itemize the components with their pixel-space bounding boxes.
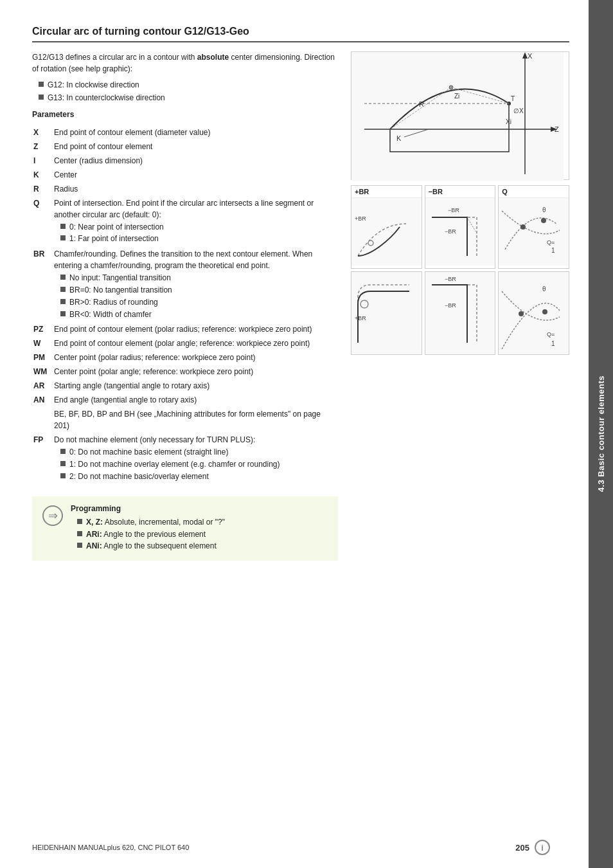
bullet-icon xyxy=(60,235,66,240)
BR-sub-list: No input: Tangential transition BR=0: No… xyxy=(60,273,334,320)
param-val-BE: BE, BF, BD, BP and BH (see „Machining at… xyxy=(54,408,337,433)
page: Circular arc of turning contour G12/G13-… xyxy=(0,0,613,868)
footer-page: 205 i xyxy=(515,840,550,855)
svg-point-42 xyxy=(542,309,547,314)
bullet-icon xyxy=(60,287,66,292)
svg-text:Z: Z xyxy=(555,125,559,133)
param-key-Z: Z xyxy=(33,141,53,154)
param-Z: Z End point of contour element xyxy=(33,141,337,154)
diagram-cell-minus-BR-2: −BR −BR xyxy=(425,271,496,355)
direction-list: G12: In clockwise direction G13: In coun… xyxy=(39,80,338,104)
prog-item-XZ: X, Z: Absolute, incremental, modal or "?… xyxy=(77,517,328,528)
note-arrow-icon: ⇒ xyxy=(42,505,63,526)
cell-header-1: +BR xyxy=(351,186,422,198)
Q-sub-1: 1: Far point of intersection xyxy=(60,233,334,244)
info-icon: i xyxy=(535,840,550,855)
param-key-R: R xyxy=(33,183,53,196)
param-key-FP: FP xyxy=(33,434,53,484)
footer-logo: HEIDENHAIN MANUALplus 620, CNC PILOT 640 xyxy=(32,844,189,851)
parameters-section: Parameters X End point of contour elemen… xyxy=(32,109,338,486)
param-key-AR: AR xyxy=(33,380,53,393)
svg-rect-0 xyxy=(351,52,564,181)
param-key-PM: PM xyxy=(33,352,53,365)
intro-text: G12/G13 defines a circular arc in a cont… xyxy=(32,51,338,75)
direction-item-1: G12: In clockwise direction xyxy=(39,80,338,91)
programming-list: X, Z: Absolute, incremental, modal or "?… xyxy=(77,517,328,552)
BR-sub-2: BR>0: Radius of rounding xyxy=(60,297,334,308)
note-content: Programming X, Z: Absolute, incremental,… xyxy=(71,504,328,553)
param-key-AN: AN xyxy=(33,394,53,407)
param-val-FP: Do not machine element (only necessary f… xyxy=(54,434,337,484)
param-val-PM: Center point (polar radius; reference: w… xyxy=(54,352,337,365)
bullet-icon xyxy=(60,275,66,280)
param-val-R: Radius xyxy=(54,183,337,196)
param-val-AR: Starting angle (tangential angle to rota… xyxy=(54,380,337,393)
cell-header-2: −BR xyxy=(425,186,495,198)
param-key-WM: WM xyxy=(33,366,53,379)
param-key-K: K xyxy=(33,169,53,182)
svg-text:1: 1 xyxy=(551,340,555,347)
param-key-I: I xyxy=(33,155,53,168)
svg-text:θ: θ xyxy=(542,285,546,293)
param-val-X: End point of contour element (diameter v… xyxy=(54,127,337,140)
param-key-X: X xyxy=(33,127,53,140)
svg-text:−BR: −BR xyxy=(445,228,456,235)
param-AR: AR Starting angle (tangential angle to r… xyxy=(33,380,337,393)
page-number: 205 xyxy=(515,843,529,853)
BR-sub-0: No input: Tangential transition xyxy=(60,273,334,284)
bullet-icon xyxy=(60,299,66,304)
BR-eq0: BR=0: No tangential transition xyxy=(69,285,172,296)
bullet-icon xyxy=(60,311,66,316)
FP-2-label: 2: Do not machine basic/overlay element xyxy=(69,471,209,482)
param-val-WM: Center point (polar angle; reference: wo… xyxy=(54,366,337,379)
svg-text:∅X: ∅X xyxy=(513,107,524,114)
diagram-cell-plus-BR-1: +BR +BR xyxy=(351,185,422,269)
q-diagram-2: θ Q= 1 xyxy=(499,272,569,355)
br-diagram-1: +BR xyxy=(351,198,422,266)
param-W: W End point of contour element (polar an… xyxy=(33,338,337,350)
param-val-K: Center xyxy=(54,169,337,182)
q-diagram-1: θ Q= 1 xyxy=(499,198,569,266)
right-column: Z X Zi Xi xyxy=(351,51,569,561)
svg-rect-40 xyxy=(499,272,569,355)
bullet-icon-green xyxy=(77,531,82,536)
diagram-cell-plus-BR-2: +BR xyxy=(351,271,422,355)
br-diagram-3: +BR xyxy=(351,272,422,355)
param-val-BR: Chamfer/rounding. Defines the transition… xyxy=(54,248,337,322)
svg-text:Q=: Q= xyxy=(547,331,555,338)
diagram-row-1: +BR +BR −BR xyxy=(351,185,569,269)
param-val-PZ: End point of contour element (polar radi… xyxy=(54,323,337,336)
bullet-icon xyxy=(60,473,66,478)
main-content: Circular arc of turning contour G12/G13-… xyxy=(0,0,589,868)
param-I: I Center (radius dimension) xyxy=(33,155,337,168)
svg-text:Q=: Q= xyxy=(547,239,555,246)
param-PZ: PZ End point of contour element (polar r… xyxy=(33,323,337,336)
direction-label-2: G13: In counterclockwise direction xyxy=(48,93,165,104)
svg-text:R: R xyxy=(419,100,424,108)
BR-sub-3: BR<0: Width of chamfer xyxy=(60,309,334,320)
bullet-icon xyxy=(60,449,66,454)
FP-sub-2: 2: Do not machine basic/overlay element xyxy=(60,471,334,482)
br-diagram-2: −BR −BR xyxy=(425,198,495,266)
left-column: G12/G13 defines a circular arc in a cont… xyxy=(32,51,338,561)
prog-ANi: ANi: Angle to the subsequent element xyxy=(86,541,217,552)
cell-header-3: Q xyxy=(499,186,569,198)
FP-sub-0: 0: Do not machine basic element (straigh… xyxy=(60,447,334,458)
param-key-W: W xyxy=(33,338,53,350)
svg-text:1: 1 xyxy=(551,247,555,254)
top-diagram: Z X Zi Xi xyxy=(351,51,569,180)
param-FP: FP Do not machine element (only necessar… xyxy=(33,434,337,484)
param-AN: AN End angle (tangential angle to rotary… xyxy=(33,394,337,407)
bullet-icon-green xyxy=(77,519,82,524)
BR-gt0: BR>0: Radius of rounding xyxy=(69,297,158,308)
param-key-BE xyxy=(33,408,53,433)
Q-sub-list: 0: Near point of intersection 1: Far poi… xyxy=(60,222,334,245)
parameters-table: X End point of contour element (diameter… xyxy=(32,125,338,486)
param-val-Z: End point of contour element xyxy=(54,141,337,154)
bullet-icon xyxy=(60,224,66,229)
svg-text:+BR: +BR xyxy=(355,215,366,222)
param-BR: BR Chamfer/rounding. Defines the transit… xyxy=(33,248,337,322)
svg-point-30 xyxy=(541,218,546,223)
footer: HEIDENHAIN MANUALplus 620, CNC PILOT 640… xyxy=(32,840,550,855)
param-X: X End point of contour element (diameter… xyxy=(33,127,337,140)
